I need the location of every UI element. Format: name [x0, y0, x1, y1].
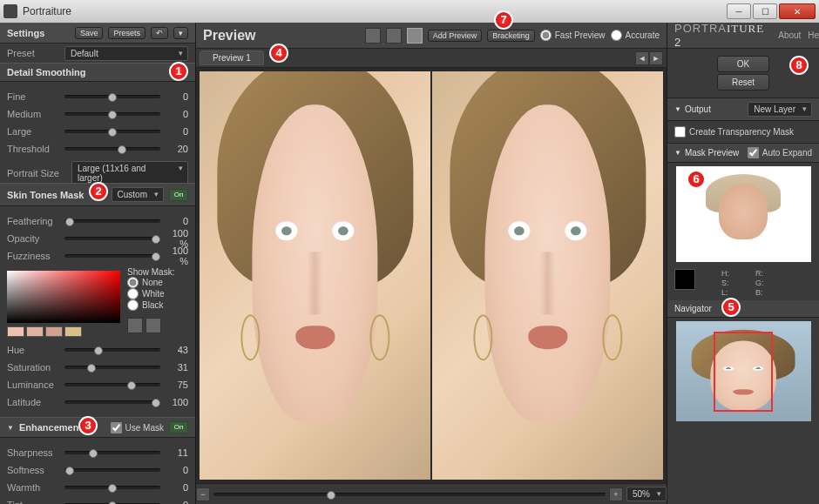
navigator-rect[interactable]	[714, 332, 773, 412]
preset-dropdown[interactable]: Default	[64, 46, 188, 61]
settings-title: Settings	[7, 28, 70, 38]
medium-slider[interactable]	[64, 112, 160, 116]
callout-2: 2	[89, 182, 108, 201]
saturation-slider[interactable]	[64, 366, 160, 369]
large-slider[interactable]	[64, 130, 160, 133]
mask-white-radio[interactable]: White	[127, 288, 174, 299]
mask-none-radio[interactable]: None	[127, 277, 174, 288]
preset-label: Preset	[7, 48, 61, 58]
swatch[interactable]	[7, 326, 24, 337]
view-single-icon[interactable]	[365, 28, 381, 44]
slider-label: Threshold	[7, 144, 61, 154]
right-panel: PORTRAITURE 2 About Help OK Reset 8 ▼Out…	[667, 23, 819, 504]
callout-6: 6	[687, 170, 706, 189]
sharpness-slider[interactable]	[64, 451, 160, 454]
preview-tab[interactable]: Preview 1	[200, 50, 264, 65]
skin-on-toggle[interactable]: On	[169, 189, 188, 201]
brand-logo: PORTRAITURE 2	[674, 22, 764, 50]
ok-button[interactable]: OK	[717, 56, 769, 72]
color-picker[interactable]	[7, 271, 120, 323]
about-link[interactable]: About	[778, 30, 801, 40]
swatch[interactable]	[64, 326, 82, 337]
tab-next-button[interactable]: ►	[649, 51, 663, 65]
help-link[interactable]: Help	[808, 30, 819, 40]
hue-slider[interactable]	[64, 348, 160, 352]
slider-label: Luminance	[7, 380, 61, 390]
slider-label: Softness	[7, 465, 61, 475]
slider-value: 31	[164, 362, 188, 373]
accurate-radio[interactable]: Accurate	[611, 30, 660, 41]
swatch[interactable]	[45, 326, 63, 337]
zoom-out-button[interactable]: −	[196, 487, 210, 501]
output-dropdown[interactable]: New Layer	[748, 102, 812, 117]
slider-label: Latitude	[7, 397, 61, 407]
save-button[interactable]: Save	[75, 27, 104, 39]
minimize-button[interactable]: ─	[727, 3, 751, 19]
slider-value: 0	[164, 500, 188, 504]
view-split-h-icon[interactable]	[386, 28, 402, 44]
detail-smoothing-title: Detail Smoothing	[7, 67, 188, 77]
enh-on-toggle[interactable]: On	[169, 421, 188, 433]
redo-button[interactable]: ▾	[173, 27, 188, 39]
portrait-size-label: Portrait Size	[7, 168, 68, 178]
callout-4: 4	[269, 44, 288, 63]
feathering-slider[interactable]	[64, 219, 160, 223]
slider-label: Medium	[7, 109, 61, 119]
slider-label: Fine	[7, 91, 61, 102]
view-split-v-icon[interactable]	[407, 28, 423, 44]
slider-label: Saturation	[7, 362, 61, 373]
use-mask-checkbox[interactable]: Use Mask	[111, 422, 164, 433]
slider-value: 0	[164, 216, 188, 226]
latitude-slider[interactable]	[64, 400, 160, 404]
opacity-slider[interactable]	[64, 237, 160, 240]
eyedropper-minus-icon[interactable]	[146, 318, 161, 333]
swatch[interactable]	[26, 326, 44, 337]
slider-value: 0	[164, 91, 188, 102]
mask-preview-label: Mask Preview	[685, 148, 739, 158]
luminance-slider[interactable]	[64, 383, 160, 386]
output-label: Output	[685, 104, 711, 114]
callout-1: 1	[169, 62, 188, 81]
preview-after[interactable]	[432, 71, 663, 480]
tab-prev-button[interactable]: ◄	[635, 51, 649, 65]
slider-label: Sharpness	[7, 447, 61, 458]
auto-expand-checkbox[interactable]: Auto Expand	[748, 147, 812, 158]
zoom-in-button[interactable]: +	[609, 487, 623, 501]
warmth-slider[interactable]	[64, 486, 160, 489]
reset-button[interactable]: Reset	[717, 74, 769, 91]
mask-black-radio[interactable]: Black	[127, 299, 174, 311]
portrait-size-dropdown[interactable]: Large (11x16 and larger)	[71, 161, 188, 185]
color-sample	[674, 269, 695, 290]
zoom-slider[interactable]	[213, 493, 606, 496]
transparency-checkbox[interactable]: Create Transparency Mask	[674, 126, 812, 138]
bracketing-button[interactable]: Bracketing	[487, 30, 535, 42]
window-titlebar: Portraiture ─ ☐ ✕	[0, 0, 819, 23]
window-title: Portraiture	[23, 5, 71, 17]
eyedropper-icon[interactable]	[127, 318, 143, 333]
close-button[interactable]: ✕	[779, 3, 816, 19]
slider-value: 43	[164, 345, 188, 355]
callout-3: 3	[78, 416, 98, 435]
settings-panel: Settings Save Presets ↶ ▾ Preset Default…	[0, 23, 196, 504]
show-mask-label: Show Mask:	[127, 267, 174, 277]
slider-label: Warmth	[7, 482, 61, 493]
app-icon	[3, 4, 17, 18]
undo-button[interactable]: ↶	[151, 27, 168, 39]
slider-value: 0	[164, 482, 188, 493]
fast-preview-radio[interactable]: Fast Preview	[540, 30, 606, 41]
fuzziness-slider[interactable]	[64, 254, 160, 258]
zoom-dropdown[interactable]: 50%	[626, 487, 667, 501]
fine-slider[interactable]	[64, 95, 160, 98]
preview-title: Preview	[203, 28, 255, 44]
maximize-button[interactable]: ☐	[753, 3, 777, 19]
preview-before[interactable]	[200, 71, 430, 480]
navigator-label: Navigator	[674, 304, 712, 313]
presets-button[interactable]: Presets	[108, 27, 146, 39]
slider-label: Large	[7, 126, 61, 137]
threshold-slider[interactable]	[64, 147, 160, 151]
navigator-image[interactable]	[676, 321, 811, 421]
skin-mode-dropdown[interactable]: Custom	[112, 187, 164, 202]
add-preview-button[interactable]: Add Preview	[428, 30, 483, 42]
softness-slider[interactable]	[64, 468, 160, 472]
slider-value: 0	[164, 126, 188, 137]
